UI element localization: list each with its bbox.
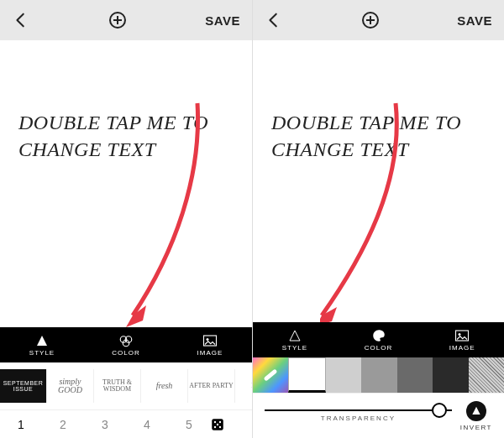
tab-label: COLOR: [112, 349, 139, 357]
color-swatch-strip: [253, 357, 504, 393]
invert-label: INVERT: [460, 424, 492, 431]
editable-text[interactable]: DOUBLE TAP ME TO CHANGE TEXT: [271, 109, 465, 164]
arrow-left-icon: [12, 11, 30, 29]
back-button[interactable]: [12, 11, 30, 29]
style-preset[interactable]: SEPTEMBER ISSUE: [0, 369, 47, 403]
swatch-white[interactable]: [288, 357, 325, 393]
slider-track[interactable]: [265, 409, 452, 411]
arrow-left-icon: [265, 11, 283, 29]
tab-color[interactable]: COLOR: [337, 329, 421, 352]
page-number-button[interactable]: 4: [126, 418, 168, 431]
svg-marker-14: [320, 307, 337, 322]
phone-right: SAVE DOUBLE TAP ME TO CHANGE TEXT STYLE …: [252, 0, 504, 438]
page-number-button[interactable]: 2: [42, 418, 84, 431]
svg-marker-1: [126, 305, 146, 327]
style-icon: [288, 329, 302, 342]
back-button[interactable]: [265, 11, 283, 29]
randomize-button[interactable]: [210, 417, 252, 432]
style-icon: [35, 334, 49, 347]
style-page-selector: 1 2 3 4 5: [0, 409, 252, 438]
save-button[interactable]: SAVE: [205, 13, 240, 28]
canvas[interactable]: DOUBLE TAP ME TO CHANGE TEXT: [253, 40, 504, 322]
color-icon: [118, 334, 134, 347]
swatch-black[interactable]: [433, 357, 468, 393]
svg-point-11: [214, 425, 216, 427]
svg-point-9: [219, 420, 221, 422]
invert-button[interactable]: INVERT: [460, 401, 492, 431]
transparency-slider[interactable]: TRANSPARENCY: [265, 409, 452, 422]
tab-label: STYLE: [282, 344, 307, 352]
style-preset[interactable]: simply GOOD: [47, 369, 94, 403]
image-icon: [454, 329, 470, 342]
tab-label: STYLE: [29, 349, 55, 357]
page-number-button[interactable]: 1: [0, 418, 42, 431]
svg-point-6: [207, 338, 209, 341]
invert-icon: [466, 401, 486, 421]
svg-point-12: [219, 425, 221, 427]
swatch-custom-picker[interactable]: [253, 357, 288, 393]
edit-tabs: STYLE COLOR IMAGE: [253, 322, 504, 357]
add-button[interactable]: [360, 10, 381, 30]
dice-icon: [210, 417, 225, 432]
tab-image[interactable]: IMAGE: [168, 334, 252, 357]
swatch-gray-dark[interactable]: [397, 357, 433, 393]
swatch-texture[interactable]: [469, 357, 504, 393]
add-button[interactable]: [108, 10, 128, 30]
swatch-gray-light[interactable]: [326, 357, 361, 393]
svg-point-16: [459, 333, 461, 336]
color-icon: [371, 329, 386, 342]
editable-text[interactable]: DOUBLE TAP ME TO CHANGE TEXT: [18, 109, 212, 164]
svg-point-8: [214, 420, 216, 422]
style-preset[interactable]: TRUTH & WISDOM: [94, 369, 141, 403]
style-preset-strip[interactable]: SEPTEMBER ISSUE simply GOOD TRUTH & WISD…: [0, 362, 252, 409]
tab-image[interactable]: IMAGE: [420, 329, 504, 352]
svg-point-10: [217, 423, 218, 425]
page-number-button[interactable]: 3: [84, 418, 126, 431]
top-bar: SAVE: [0, 0, 252, 40]
style-preset[interactable]: NOT: [235, 369, 252, 403]
tab-style[interactable]: STYLE: [253, 329, 337, 352]
swatch-gray[interactable]: [361, 357, 396, 393]
top-bar: SAVE: [253, 0, 504, 40]
plus-circle-icon: [108, 10, 128, 30]
plus-circle-icon: [360, 10, 381, 30]
transparency-row: TRANSPARENCY INVERT: [253, 393, 504, 438]
tab-label: COLOR: [365, 344, 392, 352]
tab-color[interactable]: COLOR: [84, 334, 168, 357]
image-icon: [202, 334, 218, 347]
style-preset[interactable]: AFTER PARTY: [188, 369, 235, 403]
tab-style[interactable]: STYLE: [0, 334, 84, 357]
slider-label: TRANSPARENCY: [321, 415, 396, 422]
canvas[interactable]: DOUBLE TAP ME TO CHANGE TEXT: [0, 40, 252, 327]
tab-label: IMAGE: [449, 344, 475, 352]
edit-tabs: STYLE COLOR IMAGE: [0, 327, 252, 362]
phone-left: SAVE DOUBLE TAP ME TO CHANGE TEXT STYLE …: [0, 0, 252, 438]
save-button[interactable]: SAVE: [457, 13, 492, 28]
page-number-button[interactable]: 5: [168, 418, 210, 431]
tab-label: IMAGE: [197, 349, 223, 357]
slider-knob[interactable]: [432, 403, 447, 418]
style-preset[interactable]: fresh: [141, 369, 188, 403]
